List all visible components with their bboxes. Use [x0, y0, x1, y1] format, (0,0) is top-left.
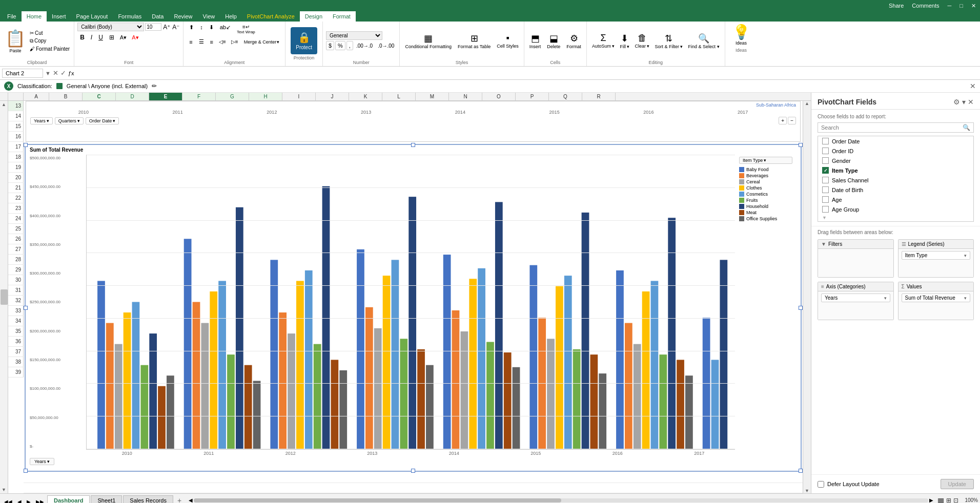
years-bottom-filter-button[interactable]: Years ▾ [30, 458, 54, 465]
classification-close-icon[interactable]: ✕ [970, 82, 976, 90]
field-age[interactable]: Age [818, 195, 973, 204]
wrap-text-button[interactable]: ≡↵ Text Wrap [234, 23, 258, 36]
field-item-type[interactable]: ✓ Item Type [818, 165, 973, 175]
col-header-R[interactable]: R [582, 93, 616, 100]
font-family-select[interactable]: Calibri (Body) [77, 23, 144, 31]
col-header-D[interactable]: D [116, 93, 149, 100]
col-header-I[interactable]: I [282, 93, 316, 100]
values-sum-item[interactable]: Sum of Total Revenue ▾ [902, 294, 971, 302]
insert-function-icon[interactable]: ƒx [68, 70, 74, 76]
nav-prev-icon[interactable]: ◀ [15, 498, 24, 504]
align-top-button[interactable]: ⬆ [187, 23, 196, 36]
fill-color-button[interactable]: A▾ [118, 34, 129, 41]
format-as-table-button[interactable]: ⊞ Format as Table [456, 32, 493, 50]
expand-chart-button[interactable]: + [779, 117, 787, 124]
tab-pivotchart-analyze[interactable]: PivotChart Analyze [242, 11, 300, 22]
tab-help[interactable]: Help [220, 11, 242, 22]
close-icon[interactable]: ✕ [971, 3, 976, 9]
sheet-tab-sales-records[interactable]: Sales Records [123, 495, 173, 504]
paste-button[interactable]: 📋 Paste [3, 28, 28, 54]
col-header-M[interactable]: M [416, 93, 449, 100]
number-format-select[interactable]: General [326, 31, 382, 40]
col-header-H[interactable]: H [249, 93, 282, 100]
tab-view[interactable]: View [198, 11, 220, 22]
pivot-panel-settings-icon[interactable]: ⚙ [953, 98, 960, 106]
text-direction-button[interactable]: ab↙ [217, 23, 233, 36]
col-header-B[interactable]: B [49, 93, 83, 100]
align-bottom-button[interactable]: ⬇ [207, 23, 216, 36]
tab-data[interactable]: Data [147, 11, 169, 22]
italic-button[interactable]: I [88, 33, 95, 42]
pivot-search-input[interactable] [818, 123, 959, 132]
cancel-formula-icon[interactable]: ✕ [53, 69, 58, 77]
align-right-button[interactable]: ≡ [208, 37, 216, 47]
ideas-button[interactable]: 💡 Ideas [730, 23, 752, 47]
increase-decimal-button[interactable]: .0→.00 [376, 41, 396, 50]
delete-button[interactable]: ⬓ Delete [545, 32, 562, 50]
sort-filter-button[interactable]: ⇅ Sort & Filter ▾ [652, 32, 685, 50]
col-header-J[interactable]: J [316, 93, 349, 100]
nav-next-sheet-icon[interactable]: ▶▶ [34, 498, 46, 504]
field-gender[interactable]: Gender [818, 156, 973, 165]
classification-edit-icon[interactable]: ✏ [152, 82, 157, 90]
update-button[interactable]: Update [941, 479, 974, 489]
nav-prev-sheet-icon[interactable]: ◀◀ [2, 498, 14, 504]
currency-button[interactable]: $ [326, 41, 334, 50]
decrease-font-icon[interactable]: A⁻ [172, 23, 180, 31]
font-color-button[interactable]: A▾ [130, 34, 140, 41]
cell-reference-box[interactable] [2, 69, 43, 78]
merge-center-button[interactable]: Merge & Center▾ [241, 38, 282, 46]
page-break-view-icon[interactable]: ⊡ [953, 497, 958, 504]
col-header-C[interactable]: C [83, 93, 116, 100]
tab-format[interactable]: Format [328, 11, 356, 22]
field-date-of-birth[interactable]: Date of Birth [818, 185, 973, 195]
values-drop-zone[interactable]: Sum of Total Revenue ▾ [899, 291, 974, 320]
align-middle-button[interactable]: ↕ [197, 23, 206, 36]
main-chart[interactable]: Sum of Total Revenue $500,000,000.00 $45… [25, 144, 802, 472]
bold-button[interactable]: B [77, 33, 87, 42]
protect-button[interactable]: 🔒 Protect [291, 27, 317, 54]
order-date-filter-button[interactable]: Order Date ▾ [86, 117, 119, 124]
copy-button[interactable]: ⧉Copy [29, 37, 71, 45]
col-header-N[interactable]: N [449, 93, 482, 100]
scroll-left-icon[interactable]: ◀ [189, 497, 193, 503]
field-order-id[interactable]: Order ID [818, 146, 973, 156]
increase-font-icon[interactable]: A⁺ [162, 23, 171, 31]
axis-years-item[interactable]: Years ▾ [821, 294, 890, 302]
tab-review[interactable]: Review [169, 11, 197, 22]
filters-drop-zone[interactable] [818, 249, 893, 277]
cut-button[interactable]: ✂Cut [29, 30, 71, 36]
col-header-A[interactable]: A [24, 93, 49, 100]
normal-view-icon[interactable]: ▦ [937, 496, 944, 504]
sheet-tab-sheet1[interactable]: Sheet1 [91, 495, 122, 504]
share-button[interactable]: Share [889, 3, 904, 9]
tab-file[interactable]: File [2, 11, 22, 22]
col-header-E[interactable]: E [149, 93, 182, 100]
cell-styles-button[interactable]: ▪ Cell Styles [495, 32, 521, 50]
align-left-button[interactable]: ≡ [187, 37, 195, 47]
col-header-F[interactable]: F [182, 93, 216, 100]
nav-next-icon[interactable]: ▶ [25, 498, 33, 504]
legend-item-type[interactable]: Item Type ▾ [902, 251, 971, 260]
decrease-decimal-button[interactable]: .00→.0 [354, 41, 375, 50]
defer-layout-checkbox[interactable] [818, 481, 824, 488]
formula-input[interactable] [77, 70, 978, 76]
axis-drop-zone[interactable]: Years ▾ [818, 291, 893, 320]
autosum-button[interactable]: Σ AutoSum ▾ [590, 32, 617, 50]
legend-title-button[interactable]: Item Type ▾ [739, 157, 792, 164]
defer-layout-label[interactable]: Defer Layout Update [818, 481, 880, 488]
comments-button[interactable]: Comments [912, 3, 939, 9]
increase-indent-button[interactable]: ▷≡ [229, 37, 240, 46]
conditional-formatting-button[interactable]: ▦ Conditional Formatting [403, 32, 454, 50]
quarters-filter-button[interactable]: Quarters ▾ [55, 117, 84, 124]
axis-item-arrow[interactable]: ▾ [884, 296, 887, 301]
col-header-K[interactable]: K [349, 93, 382, 100]
col-header-O[interactable]: O [482, 93, 516, 100]
years-filter-button[interactable]: Years ▾ [30, 117, 53, 124]
decrease-indent-button[interactable]: ◁≡ [217, 37, 228, 46]
format-cells-button[interactable]: ⚙ Format [564, 32, 583, 50]
tab-insert[interactable]: Insert [47, 11, 71, 22]
scroll-right-icon[interactable]: ▶ [929, 497, 933, 503]
maximize-icon[interactable]: □ [959, 3, 963, 9]
clear-button[interactable]: 🗑 Clear ▾ [632, 32, 651, 50]
